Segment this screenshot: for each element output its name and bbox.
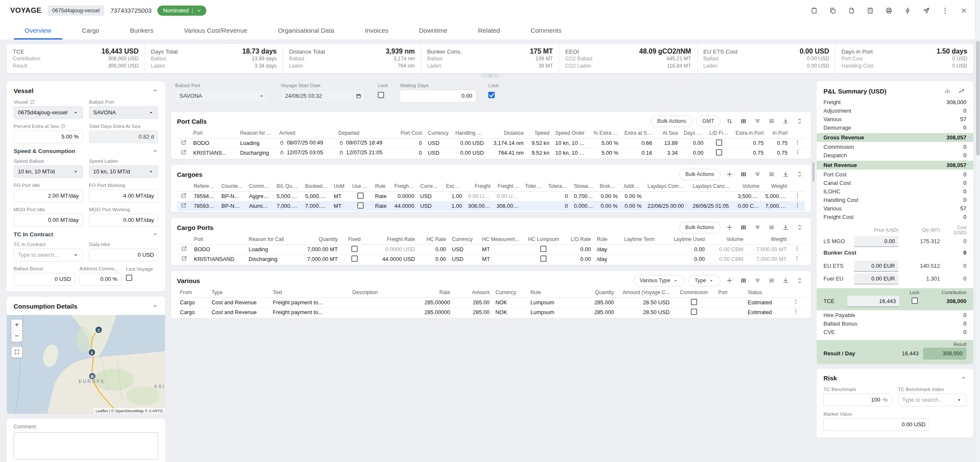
- bulk-actions-button[interactable]: Bulk Actions: [679, 169, 721, 180]
- tce-lock-checkbox[interactable]: [912, 298, 918, 304]
- column-header[interactable]: Exchan...: [443, 182, 465, 192]
- column-header[interactable]: Amount (Voyage C...: [617, 288, 672, 298]
- tab-related[interactable]: Related: [463, 21, 516, 40]
- columns-icon[interactable]: [738, 275, 749, 286]
- tab-comments[interactable]: Comments: [515, 21, 577, 40]
- ets-price-input[interactable]: 0.00 EUR: [854, 261, 898, 272]
- column-header[interactable]: In Port: [766, 129, 790, 139]
- column-header[interactable]: Type: [208, 288, 270, 298]
- column-header[interactable]: % Extra At ...: [590, 129, 621, 139]
- tc-contract-search-select[interactable]: Type to search...: [14, 249, 83, 261]
- column-header[interactable]: Extra in Port: [732, 129, 766, 139]
- chevron-up-icon[interactable]: [152, 231, 158, 237]
- send-icon[interactable]: [921, 6, 932, 16]
- ballast-bonus-input[interactable]: 0 USD: [14, 273, 75, 286]
- column-header[interactable]: Freight Rate: [368, 235, 418, 245]
- column-header[interactable]: Text: [270, 288, 349, 298]
- zoom-in-button[interactable]: +: [11, 320, 22, 331]
- column-header[interactable]: Reason for ...: [237, 129, 276, 139]
- result-input[interactable]: 308,000: [923, 348, 966, 360]
- column-header[interactable]: Handling C...: [452, 129, 487, 139]
- various-type-button[interactable]: Various Type: [633, 275, 685, 286]
- bunker-price-input[interactable]: 0.00: [854, 236, 898, 247]
- market-value-input[interactable]: 0.00 USD: [823, 418, 930, 431]
- table-row[interactable]: BODOLoading08/07/25 00:4908/07/25 18:490…: [177, 138, 805, 148]
- column-header[interactable]: HC Lumpsum: [524, 235, 563, 245]
- kpi-collapse-handle[interactable]: [480, 73, 500, 78]
- column-header[interactable]: Extra at Sea: [621, 129, 655, 139]
- column-header[interactable]: Rule: [594, 235, 621, 245]
- column-header[interactable]: Commo...: [246, 182, 273, 192]
- chevron-up-icon[interactable]: [960, 375, 966, 381]
- column-header[interactable]: Arrived: [276, 129, 335, 139]
- column-header[interactable]: Quantity: [575, 288, 617, 298]
- column-header[interactable]: Amount: [453, 288, 492, 298]
- column-header[interactable]: Speed Order: [553, 129, 591, 139]
- table-row[interactable]: KRISTIANSANDDischarging7,000.00 MT44.000…: [177, 254, 805, 264]
- column-header[interactable]: Rule: [527, 288, 575, 298]
- bolt-icon[interactable]: [903, 6, 913, 16]
- comment-input[interactable]: [14, 432, 158, 459]
- column-header[interactable]: Distance: [487, 129, 527, 139]
- scrollbar-thumb[interactable]: [976, 41, 980, 156]
- row-checkbox[interactable]: [540, 246, 547, 252]
- fo-port-idle-input[interactable]: 2.00 MT/day: [14, 190, 83, 202]
- tab-bunkers[interactable]: Bunkers: [114, 21, 168, 40]
- row-menu-icon[interactable]: [793, 309, 799, 315]
- open-record-icon[interactable]: [181, 193, 187, 198]
- bar-chart-icon[interactable]: [942, 86, 952, 96]
- column-header[interactable]: Port Cost: [396, 129, 425, 139]
- row-checkbox[interactable]: [716, 149, 722, 156]
- column-header[interactable]: HC Measurem...: [479, 235, 524, 245]
- column-header[interactable]: L/D Rate: [563, 235, 594, 245]
- table-row[interactable]: CargoCost and RevenueFreight payment to.…: [177, 307, 805, 317]
- copy-icon[interactable]: [828, 6, 838, 16]
- row-checkbox[interactable]: [351, 246, 358, 252]
- main-scrollbar[interactable]: [812, 162, 815, 181]
- row-menu-icon[interactable]: [794, 255, 800, 261]
- column-header[interactable]: Rate: [405, 288, 453, 298]
- row-checkbox[interactable]: [351, 255, 358, 262]
- column-header[interactable]: Departed: [336, 129, 397, 139]
- document-icon[interactable]: [846, 6, 857, 16]
- tab-cargo[interactable]: Cargo: [67, 21, 115, 40]
- tc-benchmark-index-select[interactable]: Type to search...: [898, 394, 966, 406]
- mgo-port-idle-input[interactable]: 0.00 MT/day: [14, 214, 83, 227]
- gmt-button[interactable]: GMT: [696, 116, 721, 127]
- mgo-port-working-input[interactable]: 0.00 MT/day: [89, 214, 158, 227]
- row-menu-icon[interactable]: [795, 139, 801, 145]
- tc-benchmark-input[interactable]: 100 %: [823, 394, 892, 406]
- column-header[interactable]: Volume: [708, 235, 746, 245]
- filter-icon[interactable]: [752, 169, 763, 180]
- filter-icon[interactable]: [752, 222, 763, 233]
- filter-icon[interactable]: [752, 275, 763, 286]
- column-header[interactable]: Laydays Cancelling: [689, 182, 735, 192]
- last-voyage-checkbox[interactable]: [126, 275, 132, 281]
- clipboard-icon[interactable]: [809, 6, 819, 16]
- chevron-up-icon[interactable]: [152, 148, 158, 154]
- column-header[interactable]: Currency: [417, 182, 443, 192]
- column-header[interactable]: Toleran...: [522, 182, 545, 192]
- column-header[interactable]: Days L/D: [681, 129, 706, 139]
- column-header[interactable]: HC Rate: [418, 235, 449, 245]
- route-map[interactable]: 1 2 B EUROPE ASIA +: [7, 315, 165, 414]
- lock-start-checkbox[interactable]: [378, 92, 384, 98]
- column-header[interactable]: Freight ...: [493, 182, 522, 192]
- column-header[interactable]: Booked ...: [302, 182, 330, 192]
- plus-icon[interactable]: [724, 169, 735, 180]
- row-checkbox[interactable]: [691, 299, 697, 305]
- column-header[interactable]: Address...: [621, 182, 644, 192]
- map-marker-2[interactable]: 2: [88, 349, 96, 356]
- row-checkbox[interactable]: [691, 309, 697, 315]
- column-header[interactable]: From: [177, 288, 208, 298]
- row-menu-icon[interactable]: [795, 202, 801, 208]
- column-header[interactable]: Use Ma...: [349, 182, 372, 192]
- menu-icon[interactable]: [766, 222, 777, 233]
- open-record-icon[interactable]: [181, 149, 187, 155]
- column-header[interactable]: Referen...: [191, 182, 218, 192]
- row-menu-icon[interactable]: [795, 193, 801, 198]
- chevron-up-icon[interactable]: [152, 88, 158, 94]
- close-icon[interactable]: [959, 6, 969, 16]
- column-header[interactable]: Laydays Commence: [644, 182, 689, 192]
- column-header[interactable]: Currency: [493, 288, 527, 298]
